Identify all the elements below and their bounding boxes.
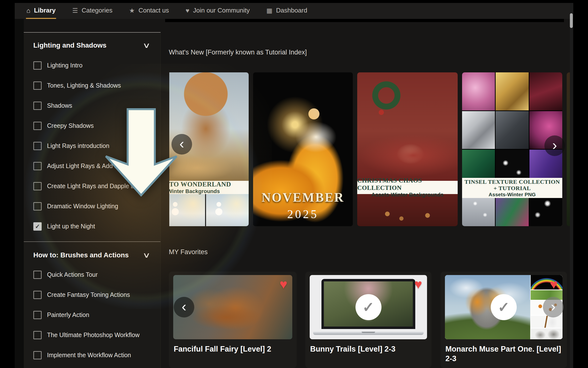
card-title-band: WINDOW TO WONDERLAND Assets-Winter Backg… — [169, 181, 249, 194]
sidebar-item-dramatic-window-lighting[interactable]: Dramatic Window Lighting — [33, 201, 156, 211]
sidebar-item-create-fantasy-toning-actions[interactable]: Create Fantasy Toning Actions — [33, 290, 156, 300]
laptop-mockup-image: ✓ ♥ — [310, 275, 427, 339]
texture-tile — [529, 72, 562, 110]
checkbox[interactable] — [33, 311, 42, 319]
home-icon: ⌂ — [26, 7, 30, 14]
sidebar-item-implement-workflow-action[interactable]: Implement the Workflow Action — [33, 350, 156, 360]
down-arrow-annotation — [105, 108, 178, 197]
section-title: Lighting and Shadows — [33, 41, 107, 49]
card-subtitle: Assets-Winter PNG — [489, 191, 536, 197]
chevron-right-icon: › — [551, 299, 555, 314]
card-title-line1: TINSEL TEXTURE COLLECTION — [465, 179, 560, 185]
favorites-prev-button[interactable]: ‹ — [174, 297, 194, 317]
nav-item-library[interactable]: ⌂ Library — [26, 3, 56, 19]
card-christmas-chaos-collection[interactable]: CHRISTMAS CHAOS COLLECTION Assets-Winter… — [357, 72, 458, 226]
whats-new-next-button[interactable]: › — [544, 135, 565, 156]
whats-new-carousel: WINDOW TO WONDERLAND Assets-Winter Backg… — [169, 72, 573, 226]
favorite-card-monarch-muse[interactable]: ✓ ♥ Monarch Muse Part One. [Level] 2-3 — [441, 272, 567, 368]
card-title-band: CHRISTMAS CHAOS COLLECTION Assets-Winter… — [357, 181, 458, 194]
sidebar-item-label: Quick Actions Tour — [47, 270, 98, 280]
checkbox[interactable] — [33, 61, 42, 70]
sidebar-filter-panel: Lighting and Shadows ∨ Lighting Intro To… — [24, 32, 161, 368]
sidebar-item-label: Create Fantasy Toning Actions — [47, 290, 130, 300]
sidebar-item-label: Tones, Lighting & Shadows — [47, 80, 121, 91]
dashboard-icon: ▦ — [266, 7, 272, 14]
checkbox[interactable] — [33, 291, 42, 299]
texture-tile — [462, 111, 495, 149]
laptop-base — [313, 332, 423, 335]
sidebar-item-light-up-the-night[interactable]: ✓ Light up the Night — [33, 221, 156, 231]
sidebar-item-lighting-intro[interactable]: Lighting Intro — [33, 60, 156, 70]
favorite-card-fanciful-fall-fairy[interactable]: ♥ Fanciful Fall Fairy [Level] 2 — [169, 272, 297, 368]
chevron-down-icon[interactable]: ∨ — [143, 41, 151, 50]
scrollbar-track[interactable] — [570, 3, 573, 368]
sidebar-section-divider — [24, 241, 160, 242]
favorite-card-title: Fanciful Fall Fairy [Level] 2 — [174, 344, 293, 354]
christmas-room-image — [357, 72, 458, 226]
nav-item-dashboard[interactable]: ▦ Dashboard — [266, 3, 308, 19]
checkbox[interactable] — [33, 142, 42, 150]
favorite-card-bunny-trails[interactable]: ✓ ♥ Bunny Trails [Level] 2-3 — [305, 272, 431, 368]
chevron-left-icon: ‹ — [179, 136, 184, 151]
favorite-card-title: Monarch Muse Part One. [Level] 2-3 — [445, 344, 563, 363]
selected-check-icon[interactable]: ✓ — [491, 294, 517, 320]
checkbox[interactable] — [33, 331, 42, 339]
nav-item-categories[interactable]: ☰ Categories — [72, 3, 113, 19]
checkbox[interactable] — [33, 81, 42, 90]
rainbow-thumbnail — [531, 275, 563, 289]
heart-icon: ♥ — [186, 7, 189, 14]
sidebar-item-label: Dramatic Window Lighting — [47, 201, 118, 211]
sidebar-item-label: Lighting Intro — [47, 60, 83, 70]
sidebar-item-painterly-action[interactable]: Painterly Action — [33, 310, 156, 320]
sidebar-item-label: Painterly Action — [47, 310, 89, 320]
texture-tile — [462, 72, 495, 110]
elephant-artwork — [445, 275, 530, 339]
checkbox[interactable] — [33, 351, 42, 359]
gingerbread-thumbnail — [169, 194, 205, 226]
favorites-heading: MY Favorites — [169, 248, 208, 256]
favorite-card-title: Bunny Trails [Level] 2-3 — [310, 344, 428, 354]
checkbox[interactable] — [33, 162, 42, 170]
whats-new-heading: What's New [Formerly known as Tutorial I… — [169, 49, 307, 56]
favorite-heart-icon[interactable]: ♥ — [550, 277, 558, 291]
sidebar-section-lighting-and-shadows[interactable]: Lighting and Shadows ∨ — [33, 41, 156, 50]
checkbox-checked[interactable]: ✓ — [33, 222, 42, 231]
card-title: CHRISTMAS CHAOS COLLECTION — [357, 177, 458, 192]
checkbox[interactable] — [33, 202, 42, 210]
chevron-right-icon: › — [552, 138, 557, 152]
sidebar-item-quick-actions-tour[interactable]: Quick Actions Tour — [33, 270, 156, 280]
favorite-heart-icon[interactable]: ♥ — [414, 277, 422, 291]
scrolled-banner-edge — [165, 19, 564, 22]
checkbox[interactable] — [33, 102, 42, 110]
sidebar-item-tones-lighting-shadows[interactable]: Tones, Lighting & Shadows — [33, 80, 156, 91]
selected-check-icon[interactable]: ✓ — [355, 294, 381, 320]
checkbox[interactable] — [33, 182, 42, 190]
nav-label: Join our Community — [193, 7, 250, 14]
checkbox[interactable] — [33, 122, 42, 130]
nav-label: Dashboard — [276, 7, 307, 14]
card-title: WINDOW TO WONDERLAND — [169, 181, 231, 188]
texture-tile — [496, 72, 528, 110]
sidebar-item-label: The Ultimate Photoshop Workflow — [47, 330, 139, 340]
card-november-2025[interactable]: NOVEMBER 2025 — [253, 72, 353, 226]
texture-tile — [496, 111, 528, 149]
card-title: NOVEMBER — [253, 190, 353, 205]
favorites-next-button[interactable]: › — [543, 297, 564, 317]
checkbox[interactable] — [33, 271, 42, 279]
favorite-heart-icon[interactable]: ♥ — [280, 277, 287, 291]
elephants-thumbnail — [531, 329, 563, 339]
scrollbar-thumb[interactable] — [570, 13, 573, 28]
sidebar-item-label: Shadows — [47, 101, 72, 111]
winter-girl-gingerbread-image — [169, 72, 249, 181]
sidebar-item-label: Light Rays introduction — [47, 141, 109, 151]
nav-item-contact-us[interactable]: ★ Contact us — [129, 3, 170, 19]
sidebar-section-brushes-and-actions[interactable]: How to: Brushes and Actions ∨ — [33, 251, 156, 259]
top-nav: ⌂ Library ☰ Categories ★ Contact us ♥ Jo… — [15, 3, 573, 19]
chevron-down-icon[interactable]: ∨ — [143, 251, 151, 259]
section-title: How to: Brushes and Actions — [33, 251, 129, 259]
star-icon: ★ — [129, 7, 135, 14]
sidebar-item-ultimate-photoshop-workflow[interactable]: The Ultimate Photoshop Workflow — [33, 330, 156, 340]
sidebar-item-label: Creepy Shadows — [47, 121, 94, 131]
nav-item-join-community[interactable]: ♥ Join our Community — [185, 3, 250, 19]
nav-label: Library — [34, 7, 56, 14]
